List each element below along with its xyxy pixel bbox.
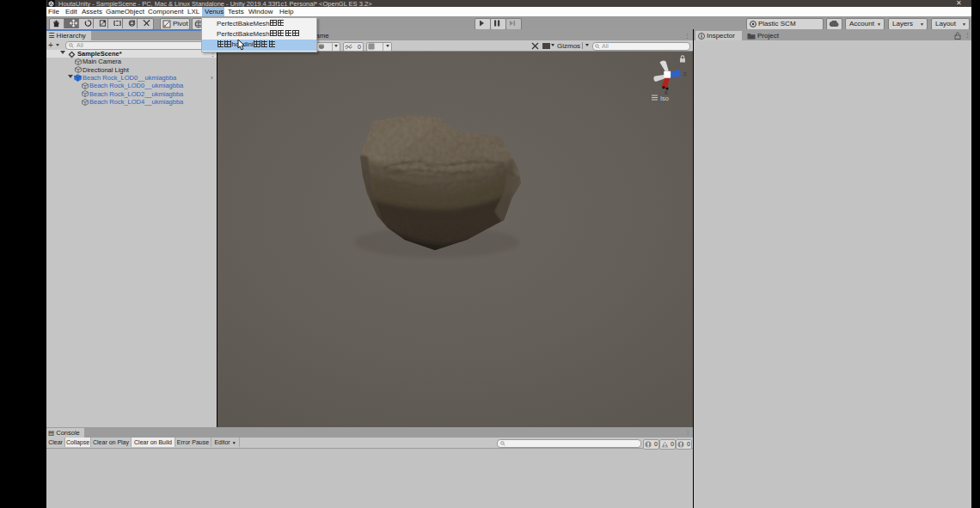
svg-text:Z: Z: [683, 71, 687, 77]
svg-text:Iso: Iso: [660, 95, 669, 102]
